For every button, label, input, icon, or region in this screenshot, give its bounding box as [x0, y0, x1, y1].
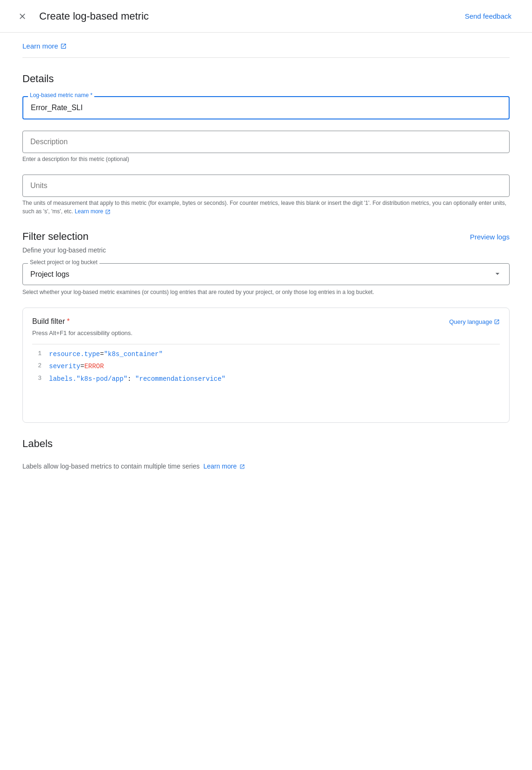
- close-button[interactable]: [15, 9, 30, 24]
- preview-logs-button[interactable]: Preview logs: [470, 233, 510, 241]
- code-line-1-content: resource.type="k8s_container": [49, 349, 500, 359]
- units-external-icon: [105, 209, 111, 215]
- query-language-link[interactable]: Query language: [449, 318, 500, 325]
- units-learn-more-link[interactable]: Learn more: [75, 208, 111, 215]
- labels-section: Labels Labels allow log-based metrics to…: [22, 438, 510, 471]
- details-title: Details: [22, 73, 510, 85]
- code-line-1: 1 resource.type="k8s_container": [32, 348, 500, 360]
- description-hint: Enter a description for this metric (opt…: [22, 155, 510, 163]
- code-line-4: [32, 385, 500, 395]
- external-link-icon: [60, 43, 67, 49]
- code-line-3-content: labels."k8s-pod/app": "recommendationser…: [49, 374, 500, 384]
- description-input[interactable]: [22, 131, 510, 153]
- labels-learn-more-link[interactable]: Learn more: [203, 462, 245, 470]
- units-hint: The units of measurement that apply to t…: [22, 199, 510, 216]
- required-star: *: [67, 317, 70, 326]
- accessibility-hint: Press Alt+F1 for accessibility options.: [32, 329, 500, 336]
- build-filter-box: Build filter * Query language Press Alt+…: [22, 308, 510, 423]
- metric-name-wrapper: Log-based metric name *: [22, 96, 510, 119]
- units-wrapper: [22, 175, 510, 197]
- units-field-group: The units of measurement that apply to t…: [22, 175, 510, 216]
- description-field-group: Enter a description for this metric (opt…: [22, 131, 510, 163]
- labels-external-icon: [239, 464, 245, 469]
- code-key-resource-type: resource.type: [49, 350, 100, 358]
- code-line-2: 2 severity=ERROR: [32, 360, 500, 372]
- code-key-severity: severity: [49, 363, 80, 370]
- page-title: Create log-based metric: [39, 10, 149, 22]
- code-line-3: 3 labels."k8s-pod/app": "recommendations…: [32, 373, 500, 385]
- units-input[interactable]: [22, 175, 510, 197]
- filter-section: Filter selection Preview logs Define you…: [22, 231, 510, 423]
- metric-name-input[interactable]: [22, 96, 510, 119]
- line-number-1: 1: [32, 349, 42, 359]
- learn-more-section: Learn more: [22, 33, 510, 58]
- log-source-select[interactable]: Project logs Log bucket: [22, 263, 510, 285]
- code-key-labels: labels."k8s-pod/app": [49, 375, 127, 383]
- line-number-3: 3: [32, 374, 42, 384]
- code-string-recommendation: "recommendationservice": [135, 375, 225, 383]
- log-source-select-wrapper: Select project or log bucket Project log…: [22, 263, 510, 285]
- labels-hint: Labels allow log-based metrics to contai…: [22, 461, 510, 471]
- learn-more-text: Learn more: [22, 42, 58, 50]
- code-string-k8s-container: "k8s_container": [104, 350, 163, 358]
- learn-more-link[interactable]: Learn more: [22, 42, 67, 50]
- metric-name-field-group: Log-based metric name *: [22, 96, 510, 119]
- labels-title: Labels: [22, 438, 510, 450]
- main-content: Learn more Details Log-based metric name…: [0, 33, 532, 500]
- send-feedback-button[interactable]: Send feedback: [459, 8, 517, 24]
- header-left: Create log-based metric: [15, 9, 149, 24]
- log-source-hint: Select whether your log-based metric exa…: [22, 288, 510, 296]
- code-editor[interactable]: 1 resource.type="k8s_container" 2 severi…: [32, 344, 500, 409]
- code-line-2-content: severity=ERROR: [49, 361, 500, 371]
- log-source-label: Select project or log bucket: [28, 259, 99, 266]
- filter-subtitle: Define your log-based metric: [22, 246, 510, 254]
- filter-section-header: Filter selection Preview logs: [22, 231, 510, 243]
- build-filter-header: Build filter * Query language: [32, 317, 500, 326]
- code-value-error: ERROR: [84, 363, 104, 370]
- metric-name-label: Log-based metric name *: [28, 92, 94, 98]
- page-header: Create log-based metric Send feedback: [0, 0, 532, 33]
- query-language-external-icon: [494, 319, 500, 325]
- details-section: Details Log-based metric name * Enter a …: [22, 73, 510, 216]
- filter-section-title: Filter selection: [22, 231, 89, 243]
- line-number-2: 2: [32, 361, 42, 371]
- log-source-field-group: Select project or log bucket Project log…: [22, 263, 510, 296]
- code-line-5: [32, 395, 500, 406]
- description-wrapper: [22, 131, 510, 153]
- build-filter-title: Build filter *: [32, 317, 70, 326]
